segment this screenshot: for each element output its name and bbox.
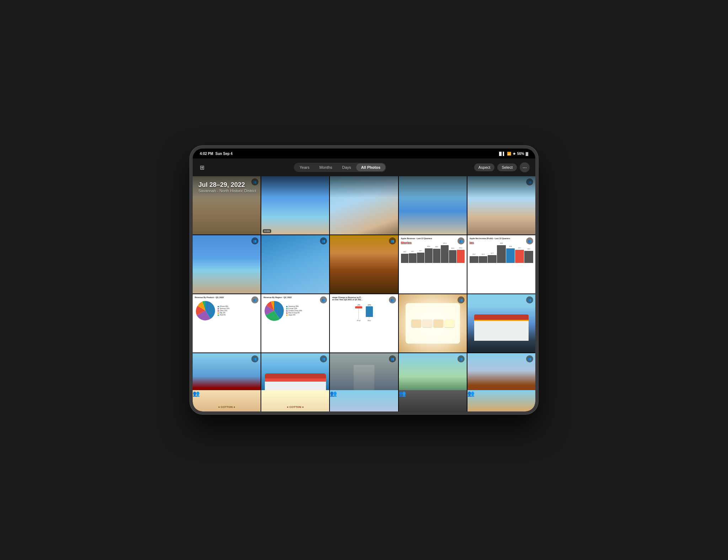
ipad-bar-group: -2% iPad: [355, 304, 362, 322]
status-bar: 4:02 PM Sun Sep 4 ▐▌▌ 📶 ★ 56% ▓: [193, 149, 535, 158]
product-chart-body: iPhone 49% Services 23% Other 10% Mac 9%…: [195, 300, 258, 321]
bottom-partial-row: ● COTTON ● 👥 ● COTTON ● 👥 👥: [193, 390, 535, 411]
pct-bar-area: -2% iPad 16% Mac: [332, 302, 396, 322]
ni-bar-3: 12.7: [488, 255, 497, 263]
photo-cell-15[interactable]: 👥: [467, 294, 535, 352]
region-chart-title: Revenue By Region - Q3, 2022: [263, 296, 327, 298]
net-income-bar-chart: 11.2 11.3 12.7 28.8 23.6 21.7 20.0: [470, 245, 533, 263]
pct-chart-overlay: ntage Change in Revenue by P...ar over Y…: [330, 294, 398, 352]
bar-5: 89.6: [433, 249, 441, 263]
mac-bar-group: 16% Mac: [366, 304, 373, 322]
video-badge-1: 0:03: [263, 229, 271, 233]
bar-8-highlight: 83.4: [457, 250, 465, 263]
photo-cell-10[interactable]: 👥 Apple Net Income (Profit) - Last 13 Qu…: [467, 235, 535, 294]
photo-cell-13[interactable]: 👥 ntage Change in Revenue by P...ar over…: [330, 294, 398, 352]
people-icon-17: 👥: [322, 357, 325, 361]
shared-icon-16: 👥: [251, 355, 258, 362]
bar-3: 64.7: [417, 253, 425, 263]
bottom-cell-2[interactable]: ● COTTON ●: [261, 390, 329, 411]
shared-icon-19: 👥: [457, 355, 465, 362]
aspect-button[interactable]: Aspect: [474, 163, 495, 171]
shared-icon-7: 👥: [320, 237, 327, 244]
select-button[interactable]: Select: [497, 163, 517, 171]
photo-cell-6[interactable]: 👥: [193, 235, 261, 294]
revenue-chart-title: Apple Revenue - Last 13 Quarters: [401, 237, 465, 239]
battery-pct: 56%: [517, 152, 524, 156]
people-icon-20: 👥: [528, 357, 531, 361]
product-pie-svg: [195, 300, 216, 321]
ni-bar-6-highlight: 21.7: [515, 250, 524, 263]
photo-cell-14[interactable]: 👥: [399, 294, 467, 352]
shared-icon-13: 👥: [389, 296, 396, 303]
ipad-screen: 4:02 PM Sun Sep 4 ▐▌▌ 📶 ★ 56% ▓ ⊞ Years …: [193, 149, 535, 411]
status-right: ▐▌▌ 📶 ★ 56% ▓: [498, 152, 528, 156]
people-icon-19: 👥: [459, 357, 463, 361]
ipad-frame: 4:02 PM Sun Sep 4 ▐▌▌ 📶 ★ 56% ▓ ⊞ Years …: [190, 146, 538, 414]
revenue-bar-chart: 58.3 59.7 64.7 91.8 89.6 111.4 81.4 83.4: [401, 245, 465, 263]
revenue-chart-overlay: Apple Revenue - Last 13 Quarters Stories…: [399, 235, 467, 294]
people-icon-13: 👥: [391, 298, 394, 302]
bottom-cell-3[interactable]: 👥: [330, 390, 398, 411]
more-button[interactable]: ···: [520, 162, 530, 172]
product-chart-overlay: Revenue By Product - Q3, 2022: [193, 294, 261, 352]
star-icon: ★: [513, 152, 516, 156]
sidebar-toggle-button[interactable]: ⊞: [198, 163, 206, 172]
photo-cell-9[interactable]: 👥 Apple Revenue - Last 13 Quarters Stori…: [399, 235, 467, 294]
shared-icon-8: 👥: [389, 237, 396, 244]
tab-all-photos[interactable]: All Photos: [356, 163, 385, 171]
people-icon-15: 👥: [528, 298, 531, 302]
shared-icon-b1: 👥: [193, 390, 261, 397]
ni-bar-2: 11.3: [479, 256, 488, 263]
photo-cell-8[interactable]: 👥: [330, 235, 398, 294]
bar-4: 91.8: [425, 248, 433, 263]
people-icon-12: 👥: [322, 298, 325, 302]
tab-days[interactable]: Days: [337, 163, 356, 171]
stories-label: Stories: [401, 241, 465, 244]
bar-6: 111.4: [441, 245, 449, 263]
net-income-chart-title: Apple Net Income (Profit) - Last 13 Quar…: [470, 237, 533, 239]
status-left: 4:02 PM Sun Sep 4: [200, 152, 232, 156]
battery-icon: ▓: [526, 152, 528, 156]
people-icon-6: 👥: [253, 239, 257, 243]
region-chart-overlay: Revenue By Region - Q3, 2022: [261, 294, 329, 352]
shared-icon-17: 👥: [320, 355, 327, 362]
people-icon-8: 👥: [391, 239, 394, 243]
date-location: Savannah - North Historic District: [198, 189, 535, 193]
pct-chart-title: ntage Change in Revenue by P...ar over Y…: [332, 296, 396, 301]
date-title: Jul 28–29, 2022: [198, 181, 535, 189]
ni-bar-4: 28.8: [497, 245, 506, 263]
bottom-cell-5[interactable]: 👥: [467, 390, 535, 411]
people-icon-b5: 👥: [467, 391, 475, 397]
bar-2: 59.7: [409, 253, 417, 263]
bar-1: 58.3: [401, 254, 409, 263]
shared-icon-15: 👥: [526, 296, 533, 303]
photo-cell-12[interactable]: 👥 Revenue By Region - Q3, 2022: [261, 294, 329, 352]
region-pie-svg: [263, 300, 285, 321]
shared-icon-6: 👥: [251, 237, 258, 244]
bottom-cell-4[interactable]: 👥: [399, 390, 467, 411]
photo-cell-7[interactable]: 👥: [261, 235, 329, 294]
nav-left: ⊞: [198, 163, 206, 172]
photo-cell-11[interactable]: 👥 Revenue By Product - Q3, 2022: [193, 294, 261, 352]
people-icon-b1: 👥: [193, 391, 200, 397]
tab-months[interactable]: Months: [314, 163, 337, 171]
wifi-icon: 📶: [507, 152, 511, 156]
nav-bar: ⊞ Years Months Days All Photos Aspect Se…: [193, 158, 535, 176]
bottom-cell-1[interactable]: ● COTTON ● 👥: [193, 390, 261, 411]
view-segmented-control: Years Months Days All Photos: [294, 163, 386, 172]
main-content: Jul 28–29, 2022 Savannah - North Histori…: [193, 176, 535, 411]
people-icon-b3: 👥: [330, 391, 337, 397]
shared-icon-b5: 👥: [467, 390, 535, 397]
region-legend: Americas 45% Europe 23% Greater China 18…: [286, 306, 302, 316]
ni-bar-5-blue: 23.6: [506, 248, 515, 263]
ni-bar-1: 11.2: [470, 256, 478, 263]
tab-years[interactable]: Years: [295, 163, 315, 171]
ni-bar-7: 20.0: [524, 251, 533, 263]
date-header: Jul 28–29, 2022 Savannah - North Histori…: [193, 176, 535, 198]
photo-grid: 👥 0:03 👥: [193, 176, 535, 411]
people-icon-18: 👥: [391, 357, 394, 361]
bar-7: 81.4: [449, 250, 457, 263]
people-icon-b4: 👥: [399, 391, 406, 397]
people-icon-11: 👥: [253, 298, 257, 302]
ies-label: ies: [470, 241, 533, 244]
